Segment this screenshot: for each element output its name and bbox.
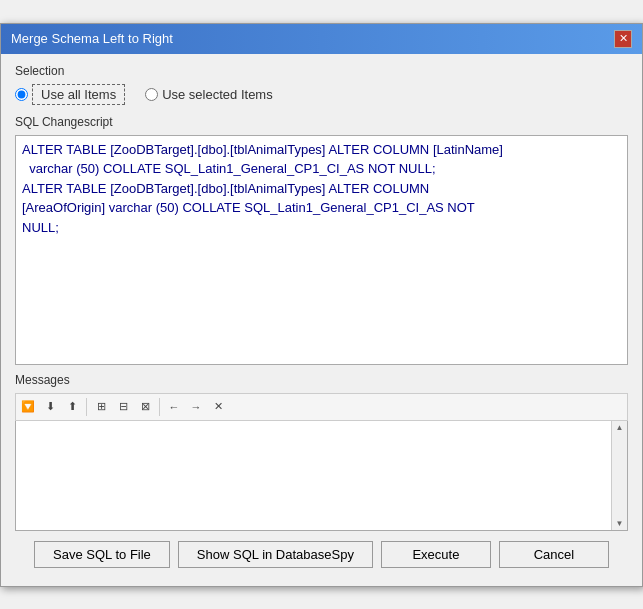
toolbar-clear-icon[interactable]: ✕ (208, 397, 228, 417)
toolbar-select-icon[interactable]: ⊟ (113, 397, 133, 417)
toolbar-sep-2 (159, 398, 160, 416)
dialog-title: Merge Schema Left to Right (11, 31, 173, 46)
merge-schema-dialog: Merge Schema Left to Right ✕ Selection U… (0, 23, 643, 587)
toolbar-left-icon[interactable]: ← (164, 397, 184, 417)
radio-group: Use all Items Use selected Items (15, 84, 628, 105)
toolbar-up-icon[interactable]: ⬆ (62, 397, 82, 417)
selection-label: Selection (15, 64, 628, 78)
sql-section-label: SQL Changescript (15, 115, 628, 129)
save-sql-button[interactable]: Save SQL to File (34, 541, 170, 568)
cancel-button[interactable]: Cancel (499, 541, 609, 568)
show-sql-button[interactable]: Show SQL in DatabaseSpy (178, 541, 373, 568)
toolbar-down-icon[interactable]: ⬇ (40, 397, 60, 417)
toolbar-right-icon[interactable]: → (186, 397, 206, 417)
messages-box[interactable]: ▲ ▼ (15, 421, 628, 531)
dialog-body: Selection Use all Items Use selected Ite… (1, 54, 642, 586)
radio-selected-items[interactable]: Use selected Items (145, 87, 273, 102)
radio-all-items[interactable]: Use all Items (15, 84, 125, 105)
execute-button[interactable]: Execute (381, 541, 491, 568)
footer-buttons: Save SQL to File Show SQL in DatabaseSpy… (15, 531, 628, 572)
toolbar-filter-icon[interactable]: 🔽 (18, 397, 38, 417)
radio-selected-label: Use selected Items (162, 87, 273, 102)
messages-section: Messages 🔽 ⬇ ⬆ ⊞ ⊟ ⊠ ← → ✕ ▲ ▼ (15, 373, 628, 531)
messages-toolbar: 🔽 ⬇ ⬆ ⊞ ⊟ ⊠ ← → ✕ (15, 393, 628, 421)
sql-textarea[interactable]: ALTER TABLE [ZooDBTarget].[dbo].[tblAnim… (15, 135, 628, 365)
toolbar-sep-1 (86, 398, 87, 416)
sql-changescript-section: SQL Changescript ALTER TABLE [ZooDBTarge… (15, 115, 628, 365)
radio-all-label: Use all Items (32, 84, 125, 105)
sql-code: ALTER TABLE [ZooDBTarget].[dbo].[tblAnim… (22, 140, 621, 238)
scroll-down-arrow[interactable]: ▼ (616, 519, 624, 528)
scrollbar[interactable]: ▲ ▼ (611, 421, 627, 530)
title-bar: Merge Schema Left to Right ✕ (1, 24, 642, 54)
close-button[interactable]: ✕ (614, 30, 632, 48)
toolbar-copy-icon[interactable]: ⊞ (91, 397, 111, 417)
scroll-up-arrow[interactable]: ▲ (616, 423, 624, 432)
messages-label: Messages (15, 373, 628, 387)
selection-section: Selection Use all Items Use selected Ite… (15, 64, 628, 105)
toolbar-grid-icon[interactable]: ⊠ (135, 397, 155, 417)
